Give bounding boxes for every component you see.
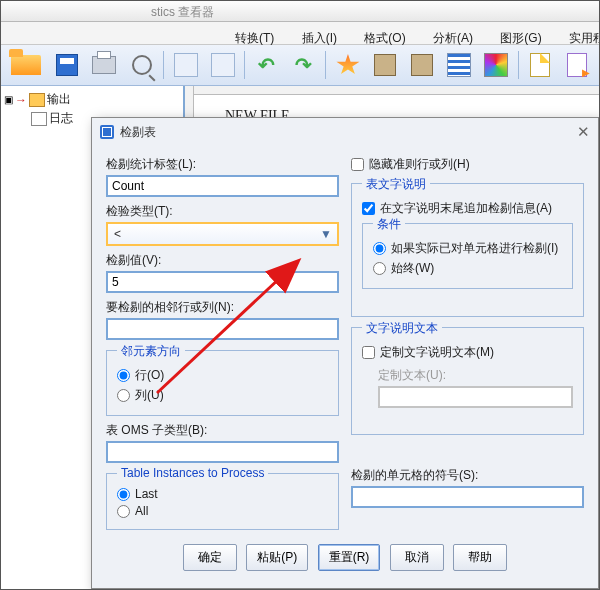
tool-b[interactable] [207, 49, 238, 81]
menu-convert[interactable]: 转换(T) [223, 22, 286, 47]
instances-all-input[interactable] [117, 505, 130, 518]
tree-label-output: 输出 [47, 91, 71, 108]
ok-button[interactable]: 确定 [183, 544, 237, 571]
oms-input[interactable] [106, 441, 339, 463]
star-icon [336, 54, 360, 76]
censor-table-dialog: 检剔表 ✕ 检剔统计标签(L): 检验类型(T): < ▼ 检剔值(V): 要检… [91, 117, 599, 589]
log-icon [31, 112, 47, 126]
neighbor-input[interactable] [106, 318, 339, 340]
table-instances-group: Table Instances to Process Last All [106, 473, 339, 530]
dialog-recall-icon [174, 53, 198, 77]
caption-text-legend: 文字说明文本 [362, 320, 442, 337]
menu-analyze[interactable]: 分析(A) [421, 22, 485, 47]
condition-legend: 条件 [373, 216, 405, 233]
value-input[interactable] [106, 271, 339, 293]
h-ruler [185, 86, 599, 95]
direction-legend: 邻元素方向 [117, 343, 185, 360]
redo-button[interactable]: ↷ [288, 49, 319, 81]
tree-label-log: 日志 [49, 110, 73, 127]
undo-button[interactable]: ↶ [251, 49, 282, 81]
pin-icon: → [15, 93, 27, 107]
table-instances-legend: Table Instances to Process [117, 466, 268, 480]
reset-button[interactable]: 重置(R) [318, 544, 381, 571]
save-button[interactable] [52, 49, 83, 81]
tool-grid[interactable] [370, 49, 401, 81]
dialog-icon [100, 125, 114, 139]
dialog-titlebar[interactable]: 检剔表 ✕ [92, 118, 598, 146]
tool-colors[interactable] [481, 49, 512, 81]
toolbar-sep [163, 51, 164, 79]
direction-group: 邻元素方向 行(O) 列(U) [106, 350, 339, 416]
caption-group: 表文字说明 在文字说明末尾追加检剔信息(A) 条件 如果实际已对单元格进行检剔(… [351, 183, 584, 317]
help-button[interactable]: 帮助 [453, 544, 507, 571]
append-caption-checkbox[interactable]: 在文字说明末尾追加检剔信息(A) [362, 200, 573, 217]
print-icon [92, 56, 116, 74]
cond-actual-input[interactable] [373, 242, 386, 255]
condition-group: 条件 如果实际已对单元格进行检剔(I) 始终(W) [362, 223, 573, 289]
grid-icon-2 [411, 54, 433, 76]
bars-icon [447, 53, 471, 77]
tool-bars[interactable] [444, 49, 475, 81]
value-label: 检剔值(V): [106, 252, 339, 269]
direction-row-radio[interactable]: 行(O) [117, 367, 328, 384]
type-value: < [108, 227, 315, 241]
cond-always-radio[interactable]: 始终(W) [373, 260, 562, 277]
direction-col-input[interactable] [117, 389, 130, 402]
cond-always-input[interactable] [373, 262, 386, 275]
custom-text-checkbox[interactable]: 定制文字说明文本(M) [362, 344, 573, 361]
menubar: 转换(T) 插入(I) 格式(O) 分析(A) 图形(G) 实用程序(U) 扩 [1, 22, 599, 45]
window-titlebar: stics 查看器 [1, 1, 599, 22]
doc-run-icon [567, 53, 587, 77]
instances-last-input[interactable] [117, 488, 130, 501]
doc-icon [530, 53, 550, 77]
colors-icon [484, 53, 508, 77]
hide-rule-checkbox[interactable]: 隐藏准则行或列(H) [351, 156, 584, 173]
print-button[interactable] [89, 49, 120, 81]
direction-col-radio[interactable]: 列(U) [117, 387, 328, 404]
chevron-down-icon: ▼ [315, 224, 337, 244]
tree-node-output[interactable]: ▣ → 输出 [3, 90, 181, 109]
zoom-icon [132, 55, 152, 75]
hide-rule-input[interactable] [351, 158, 364, 171]
tool-doc-run[interactable] [562, 49, 593, 81]
stat-input[interactable] [106, 175, 339, 197]
tool-doc[interactable] [525, 49, 556, 81]
redo-icon: ↷ [295, 53, 312, 77]
tool-grid-2[interactable] [407, 49, 438, 81]
preview-button[interactable] [126, 49, 157, 81]
custom-text-label: 定制文本(U): [378, 367, 573, 384]
undo-icon: ↶ [258, 53, 275, 77]
instances-last-radio[interactable]: Last [117, 487, 328, 501]
symbol-input[interactable] [351, 486, 584, 508]
dialog-left-col: 检剔统计标签(L): 检验类型(T): < ▼ 检剔值(V): 要检剔的相邻行或… [106, 150, 339, 536]
custom-text-input-cb[interactable] [362, 346, 375, 359]
output-icon [29, 93, 45, 107]
symbol-label: 检剔的单元格的符号(S): [351, 467, 584, 484]
type-combobox[interactable]: < ▼ [106, 222, 339, 246]
menu-util[interactable]: 实用程序(U) [557, 22, 600, 47]
caption-legend: 表文字说明 [362, 176, 430, 193]
paste-button[interactable]: 粘贴(P) [246, 544, 308, 571]
menu-format[interactable]: 格式(O) [352, 22, 417, 47]
close-icon[interactable]: ✕ [577, 123, 590, 141]
folder-open-icon [11, 55, 41, 75]
cancel-button[interactable]: 取消 [390, 544, 444, 571]
instances-all-radio[interactable]: All [117, 504, 328, 518]
menu-insert[interactable]: 插入(I) [290, 22, 349, 47]
open-button[interactable] [7, 49, 46, 81]
cond-actual-radio[interactable]: 如果实际已对单元格进行检剔(I) [373, 240, 562, 257]
append-caption-input[interactable] [362, 202, 375, 215]
menu-graph[interactable]: 图形(G) [488, 22, 553, 47]
dialog-right-col: 隐藏准则行或列(H) 表文字说明 在文字说明末尾追加检剔信息(A) 条件 如果实… [351, 150, 584, 536]
toolbar: ↶ ↷ [1, 45, 599, 86]
toolbar-sep-2 [244, 51, 245, 79]
tool-a[interactable] [170, 49, 201, 81]
tool-star[interactable] [332, 49, 363, 81]
oms-label: 表 OMS 子类型(B): [106, 422, 339, 439]
save-icon [56, 54, 78, 76]
collapse-icon[interactable]: ▣ [3, 94, 13, 105]
direction-row-input[interactable] [117, 369, 130, 382]
stat-label: 检剔统计标签(L): [106, 156, 339, 173]
toolbar-sep-4 [518, 51, 519, 79]
goto-icon [211, 53, 235, 77]
